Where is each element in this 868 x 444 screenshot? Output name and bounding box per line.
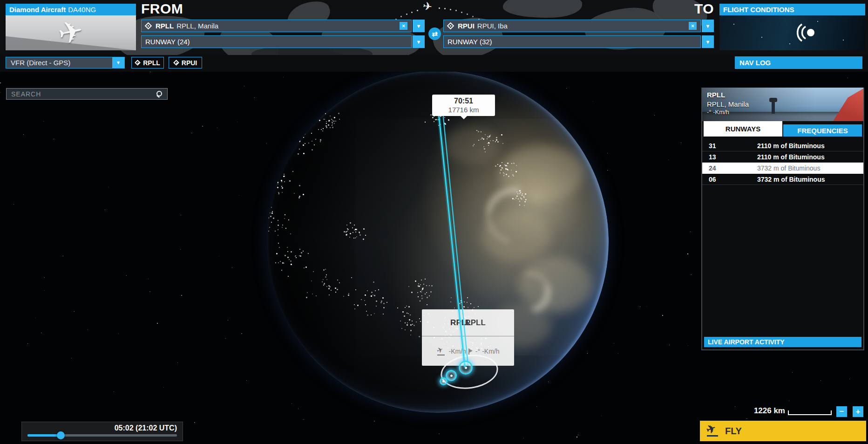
from-title: FROM xyxy=(141,1,183,17)
location-icon xyxy=(135,60,140,65)
fly-button[interactable]: ✈ FLY xyxy=(700,421,866,441)
to-title: TO xyxy=(653,1,714,17)
popup-wind-speed: -Km/h xyxy=(482,348,499,355)
fly-label: FLY xyxy=(725,426,742,437)
airport-photo: RPLL RPLL, Manila -° -Km/h xyxy=(702,88,863,121)
panel-airport-icao: RPLL xyxy=(707,90,749,100)
takeoff-plane-icon: ✈ xyxy=(706,425,720,437)
aircraft-card[interactable]: Diamond Aircraft DA40NG ✈ xyxy=(6,4,136,50)
aircraft-card-header: Diamond Aircraft DA40NG xyxy=(6,4,136,15)
flight-conditions-panel[interactable]: FLIGHT CONDITIONS xyxy=(719,4,865,50)
flight-options-row: VFR (Direct - GPS) ▼ RPLL RPUI NAV LOG xyxy=(0,55,868,72)
runway-id: 06 xyxy=(702,176,757,183)
live-weather-icon xyxy=(797,22,818,43)
to-airport-dropdown-button[interactable]: ▼ xyxy=(702,20,714,32)
runway-id: 31 xyxy=(702,142,757,150)
location-icon xyxy=(174,60,179,65)
runway-row[interactable]: 24 3732 m of Bituminous xyxy=(702,163,863,174)
flight-type-dropdown-button[interactable]: ▼ xyxy=(112,57,124,68)
airport-popup-title: RPLL RPLL xyxy=(422,309,514,336)
waypoint-button-rpui[interactable]: RPUI xyxy=(169,57,202,68)
flight-type-value: VFR (Direct - GPS) xyxy=(11,59,70,67)
airport-info-panel: RPLL RPLL, Manila -° -Km/h RUNWAYS FREQU… xyxy=(701,88,864,350)
runway-description: 2110 m of Bituminous xyxy=(757,142,825,150)
aircraft-brand: Diamond Aircraft xyxy=(9,6,66,14)
flight-conditions-header: FLIGHT CONDITIONS xyxy=(719,4,865,15)
runway-row[interactable]: 06 3732 m of Bituminous xyxy=(702,174,863,185)
runway-description: 2110 m of Bituminous xyxy=(757,153,825,161)
popup-wind-dir: -° xyxy=(475,348,480,355)
time-label: 05:02 (21:02 UTC) xyxy=(115,424,177,432)
time-slider-thumb[interactable] xyxy=(57,431,65,439)
cloud-blob xyxy=(444,127,500,164)
route-eta-tooltip: 70:51 17716 km xyxy=(432,95,495,116)
map-scale-bracket xyxy=(788,410,832,415)
from-runway-select[interactable]: RUNWAY (24) xyxy=(141,35,412,48)
to-runway-dropdown-button[interactable]: ▼ xyxy=(702,35,714,48)
from-runway-value: RUNWAY (24) xyxy=(145,38,190,46)
location-icon xyxy=(448,23,454,29)
plane-icon: ✈ xyxy=(422,0,433,14)
runway-description: 3732 m of Bituminous xyxy=(757,176,825,183)
panel-airport-conditions: -° -Km/h xyxy=(707,109,749,116)
runway-list: 31 2110 m of Bituminous 13 2110 m of Bit… xyxy=(702,140,863,185)
tab-frequencies[interactable]: FREQUENCIES xyxy=(783,124,862,137)
aircraft-thumbnail[interactable]: ✈ xyxy=(6,15,136,50)
location-icon xyxy=(145,23,151,29)
to-runway-value: RUNWAY (32) xyxy=(448,38,492,46)
takeoff-plane-icon: ✈ xyxy=(437,347,447,355)
airport-photo-overlay: RPLL RPLL, Manila -° -Km/h xyxy=(707,90,749,116)
to-airport-icao: RPUI xyxy=(458,22,475,30)
runway-row[interactable]: 31 2110 m of Bituminous xyxy=(702,140,863,151)
popup-speed: -Km/h xyxy=(449,348,466,355)
airport-marker[interactable] xyxy=(446,370,457,381)
from-runway-dropdown-button[interactable]: ▼ xyxy=(413,35,425,48)
from-airport-name: RPLL, Manila xyxy=(176,22,218,30)
from-airport-input[interactable]: RPLL RPLL, Manila ✕ xyxy=(141,20,412,32)
nav-log-button[interactable]: NAV LOG xyxy=(735,56,862,69)
to-runway-select[interactable]: RUNWAY (32) xyxy=(443,35,701,48)
search-input[interactable] xyxy=(10,90,156,98)
top-bar: ✈ Diamond Aircraft DA40NG ✈ FROM RPLL RP… xyxy=(0,0,868,55)
to-airport-input[interactable]: RPUI RPUI, Iba ✕ xyxy=(443,20,701,32)
route-time: 70:51 xyxy=(454,96,473,106)
runway-row[interactable]: 13 2110 m of Bituminous xyxy=(702,151,863,163)
to-clear-button[interactable]: ✕ xyxy=(689,22,697,30)
panel-airport-name: RPLL, Manila xyxy=(707,100,749,109)
waypoint-label: RPUI xyxy=(182,59,197,67)
airport-marker[interactable] xyxy=(459,361,473,375)
flight-conditions-preview[interactable] xyxy=(719,15,865,50)
time-slider[interactable] xyxy=(27,434,177,437)
time-of-day-panel: 05:02 (21:02 UTC) xyxy=(21,422,183,441)
airport-marker[interactable] xyxy=(440,377,448,385)
flight-type-select[interactable]: VFR (Direct - GPS) ▼ xyxy=(6,57,125,68)
waypoint-label: RPLL xyxy=(143,59,160,67)
from-airport-icao: RPLL xyxy=(156,22,174,30)
runway-description: 3732 m of Bituminous xyxy=(757,164,820,172)
windsock-icon xyxy=(468,348,474,355)
map-silhouette xyxy=(503,0,582,18)
search-box[interactable] xyxy=(6,88,168,100)
zoom-out-button[interactable]: − xyxy=(836,406,847,417)
airport-popup[interactable]: RPLL RPLL ✈ -Km/h -° -Km/h xyxy=(422,309,514,366)
search-icon[interactable] xyxy=(156,90,163,97)
runway-id: 24 xyxy=(702,164,757,172)
live-airport-activity-button[interactable]: LIVE AIRPORT ACTIVITY xyxy=(704,337,861,347)
tab-runways[interactable]: RUNWAYS xyxy=(704,121,782,137)
map-scale-label: 1226 km xyxy=(734,406,785,416)
time-slider-fill xyxy=(27,434,61,437)
route-distance: 17716 km xyxy=(448,106,479,115)
aircraft-image-plane: ✈ xyxy=(55,15,87,50)
from-clear-button[interactable]: ✕ xyxy=(400,22,407,30)
zoom-in-button[interactable]: + xyxy=(853,406,863,417)
airport-panel-tabs: RUNWAYS FREQUENCIES xyxy=(702,121,863,137)
waypoint-button-rpll[interactable]: RPLL xyxy=(131,57,164,68)
popup-icao-b: RPLL xyxy=(465,318,486,328)
aircraft-model: DA40NG xyxy=(68,6,96,14)
to-airport-name: RPUI, Iba xyxy=(477,22,508,30)
swap-from-to-button[interactable]: ⇄ xyxy=(428,27,441,40)
world-map-screen: 70:51 17716 km RPLL RPLL ✈ -Km/h -° -Km/… xyxy=(0,0,868,444)
from-airport-dropdown-button[interactable]: ▼ xyxy=(413,20,425,32)
runway-id: 13 xyxy=(702,153,757,161)
